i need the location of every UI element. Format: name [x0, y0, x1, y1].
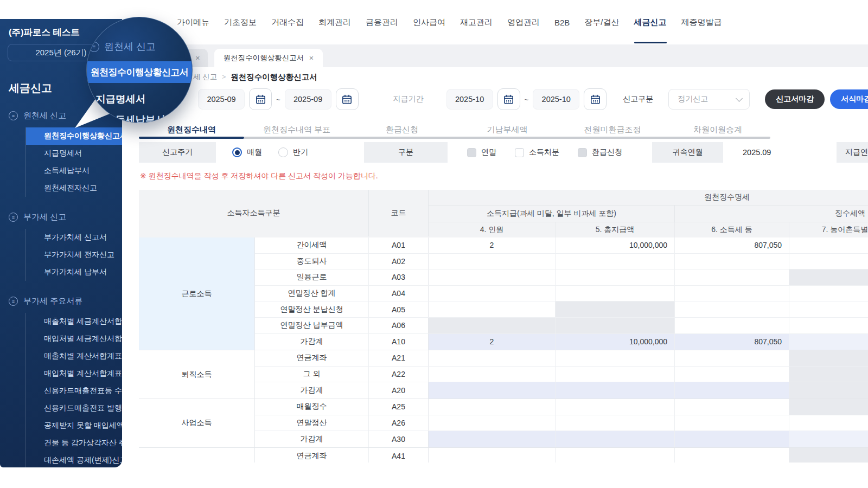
calendar-button[interactable]: [497, 88, 520, 110]
cell-farm-tax[interactable]: [789, 350, 868, 366]
close-icon[interactable]: ✕: [309, 55, 314, 62]
sidebar-section-header[interactable]: ≡ 부가세 주요서류: [0, 296, 122, 306]
cell-total-payment[interactable]: [556, 448, 675, 463]
cell-people[interactable]: [429, 448, 556, 463]
cell-people[interactable]: [429, 286, 556, 301]
cell-total-payment[interactable]: [556, 399, 675, 415]
sidebar-item[interactable]: 지급명세서: [26, 145, 122, 162]
period-from-input[interactable]: 2025-09: [198, 89, 245, 110]
checkbox-icon[interactable]: [467, 148, 476, 157]
cell-income-tax[interactable]: [675, 286, 789, 301]
accrual-month-value[interactable]: 2025.09: [723, 142, 837, 163]
sidebar-item[interactable]: 원천세전자신고: [26, 179, 122, 197]
sidebar-item[interactable]: 공제받지 못할 매입세액 명세서: [26, 417, 122, 434]
close-form-button[interactable]: 서식마감: [830, 89, 868, 109]
topnav-item[interactable]: 기초정보: [224, 0, 257, 44]
cell-farm-tax[interactable]: [789, 448, 868, 463]
cell-income-tax[interactable]: [675, 448, 789, 463]
cell-people[interactable]: [429, 350, 556, 366]
cell-total-payment[interactable]: [556, 382, 675, 399]
cell-income-tax[interactable]: [675, 431, 789, 447]
cell-income-tax[interactable]: 807,050: [675, 334, 789, 350]
cell-farm-tax[interactable]: [789, 382, 868, 399]
checkbox-icon[interactable]: [515, 148, 524, 157]
cell-total-payment[interactable]: [556, 350, 675, 366]
cell-income-tax[interactable]: 807,050: [675, 237, 789, 253]
cell-income-tax[interactable]: [675, 301, 789, 317]
radio-icon[interactable]: [232, 147, 242, 157]
sidebar-item[interactable]: 매입처별 계산서합계표: [26, 365, 122, 382]
cell-total-payment[interactable]: 10,000,000: [556, 334, 675, 350]
topnav-item[interactable]: 재고관리: [460, 0, 493, 44]
cycle-radio-option[interactable]: 매월: [232, 147, 262, 157]
cell-people[interactable]: [429, 415, 556, 431]
cell-income-tax[interactable]: [675, 367, 789, 382]
cell-people[interactable]: [429, 399, 556, 415]
type-checkbox-option[interactable]: 소득처분: [515, 147, 559, 157]
report-subtab[interactable]: 기납부세액: [455, 120, 560, 139]
report-subtab[interactable]: 차월이월승계: [665, 120, 770, 139]
cell-farm-tax[interactable]: [789, 399, 868, 415]
sidebar-item[interactable]: 원천징수이행상황신고서: [26, 127, 122, 145]
sidebar-item[interactable]: 부가가치세 전자신고: [26, 246, 122, 264]
cell-income-tax[interactable]: [675, 382, 789, 399]
radio-icon[interactable]: [278, 147, 288, 157]
calendar-button[interactable]: [249, 88, 272, 110]
cell-people[interactable]: 2: [429, 334, 556, 350]
cell-people[interactable]: [429, 269, 556, 285]
cell-people[interactable]: [429, 367, 556, 382]
type-checkbox-option[interactable]: 연말: [467, 147, 496, 157]
report-subtab[interactable]: 환급신청: [349, 120, 455, 139]
sidebar-section-header[interactable]: ≡ 부가세 신고: [0, 212, 122, 222]
topnav-item[interactable]: 회계관리: [318, 0, 351, 44]
sidebar-item[interactable]: 건물 등 감가상각자산 취득명세서: [26, 434, 122, 452]
cell-farm-tax[interactable]: [789, 318, 868, 333]
cell-people[interactable]: 2: [429, 237, 556, 253]
document-tab[interactable]: 원천징수이행상황신고서 ✕: [214, 49, 323, 67]
topnav-item[interactable]: 금융관리: [366, 0, 398, 44]
cell-farm-tax[interactable]: [789, 334, 868, 350]
close-icon[interactable]: ✕: [195, 55, 200, 62]
cell-farm-tax[interactable]: [789, 367, 868, 382]
cell-people[interactable]: [429, 431, 556, 447]
cell-people[interactable]: [429, 318, 556, 333]
cell-income-tax[interactable]: [675, 399, 789, 415]
cell-total-payment[interactable]: [556, 415, 675, 431]
topnav-item[interactable]: B2B: [554, 0, 570, 44]
cell-farm-tax[interactable]: [789, 286, 868, 301]
cell-total-payment[interactable]: 10,000,000: [556, 237, 675, 253]
close-report-button[interactable]: 신고서마감: [765, 89, 825, 109]
cell-income-tax[interactable]: [675, 318, 789, 333]
cell-income-tax[interactable]: [675, 350, 789, 366]
sidebar-item[interactable]: 매출처별 계산서합계표: [26, 348, 122, 365]
cell-people[interactable]: [429, 382, 556, 399]
sidebar-item[interactable]: 부가가치세 납부서: [26, 264, 122, 281]
cycle-radio-option[interactable]: 반기: [278, 147, 308, 157]
cell-farm-tax[interactable]: [789, 415, 868, 431]
cell-total-payment[interactable]: [556, 254, 675, 269]
checkbox-icon[interactable]: [578, 148, 587, 157]
cell-total-payment[interactable]: [556, 301, 675, 317]
topnav-item[interactable]: 장부/결산: [584, 0, 619, 44]
topnav-item[interactable]: 인사급여: [413, 0, 445, 44]
period-to-input[interactable]: 2025-09: [285, 89, 331, 110]
report-subtab[interactable]: 전월미환급조정: [560, 120, 665, 139]
cell-farm-tax[interactable]: [789, 237, 868, 253]
cell-total-payment[interactable]: [556, 431, 675, 447]
cell-farm-tax[interactable]: [789, 269, 868, 285]
sidebar-item[interactable]: 매입처별 세금계산서합계표: [26, 330, 122, 348]
cell-farm-tax[interactable]: [789, 254, 868, 269]
cell-farm-tax[interactable]: [789, 431, 868, 447]
sidebar-item[interactable]: 신용카드매출전표 발행금액집계표: [26, 400, 122, 417]
calendar-button[interactable]: [336, 88, 359, 110]
sidebar-item[interactable]: 신용카드매출전표등 수령명세서: [26, 382, 122, 400]
sidebar-item[interactable]: 소득세납부서: [26, 162, 122, 179]
sidebar-item[interactable]: 매출처별 세금계산서합계표: [26, 313, 122, 330]
cell-farm-tax[interactable]: [789, 301, 868, 317]
cell-people[interactable]: [429, 301, 556, 317]
cell-income-tax[interactable]: [675, 415, 789, 431]
cell-total-payment[interactable]: [556, 286, 675, 301]
pay-from-input[interactable]: 2025-10: [446, 89, 493, 110]
report-subtab[interactable]: 원천징수내역: [139, 120, 244, 139]
cell-total-payment[interactable]: [556, 367, 675, 382]
